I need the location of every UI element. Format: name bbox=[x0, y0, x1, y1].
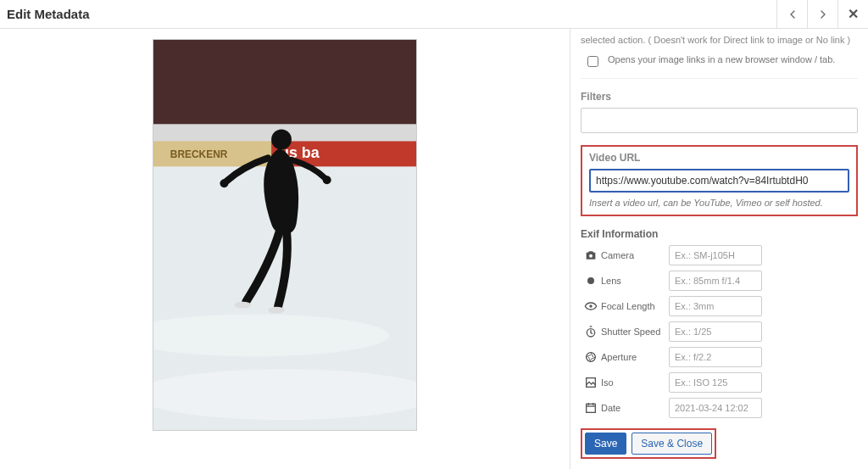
filters-label: Filters bbox=[581, 91, 858, 103]
exif-aperture-input[interactable] bbox=[669, 347, 762, 367]
chevron-left-icon bbox=[786, 8, 799, 21]
svg-point-17 bbox=[589, 305, 592, 308]
svg-point-16 bbox=[587, 277, 594, 284]
svg-point-11 bbox=[234, 302, 251, 309]
exif-date-label: Date bbox=[601, 403, 669, 413]
video-url-section: Video URL Insert a video url, can be You… bbox=[581, 145, 858, 216]
exif-shutter-speed-label: Shutter Speed bbox=[601, 327, 669, 337]
open-new-tab-checkbox[interactable] bbox=[587, 56, 598, 67]
svg-point-20 bbox=[587, 353, 596, 362]
save-button-bar: Save Save & Close bbox=[581, 428, 716, 459]
metadata-sidebar: selected action. ( Doesn't work for Dire… bbox=[570, 29, 868, 469]
svg-point-13 bbox=[220, 179, 228, 187]
exif-camera-input[interactable] bbox=[669, 245, 762, 265]
save-button[interactable]: Save bbox=[585, 433, 626, 455]
exif-lens-input[interactable] bbox=[669, 271, 762, 291]
image-icon bbox=[581, 376, 601, 389]
dialog-title: Edit Metadata bbox=[0, 3, 97, 25]
link-action-hint: selected action. ( Doesn't work for Dire… bbox=[581, 34, 858, 46]
open-new-tab-label: Opens your image links in a new browser … bbox=[608, 54, 835, 64]
prev-button[interactable] bbox=[776, 0, 807, 28]
svg-point-10 bbox=[271, 130, 292, 150]
aperture-icon bbox=[581, 350, 601, 364]
video-url-input[interactable] bbox=[589, 169, 849, 193]
stopwatch-icon bbox=[581, 325, 601, 338]
exif-focal-length-label: Focal Length bbox=[601, 301, 669, 311]
exif-shutter-speed-input[interactable] bbox=[669, 321, 762, 342]
exif-date-input[interactable] bbox=[669, 398, 762, 418]
video-url-hint: Insert a video url, can be YouTube, Vime… bbox=[589, 198, 849, 208]
exif-camera-label: Camera bbox=[601, 250, 669, 260]
svg-rect-21 bbox=[587, 378, 596, 388]
exif-iso-input[interactable] bbox=[669, 372, 762, 393]
chevron-right-icon bbox=[816, 8, 830, 21]
svg-point-12 bbox=[268, 307, 285, 314]
svg-rect-22 bbox=[587, 405, 596, 413]
next-button[interactable] bbox=[807, 0, 837, 28]
close-icon: ✕ bbox=[848, 6, 859, 22]
save-close-button[interactable]: Save & Close bbox=[632, 433, 712, 455]
close-button[interactable]: ✕ bbox=[837, 0, 868, 28]
exif-iso-label: Iso bbox=[601, 377, 669, 388]
lens-icon bbox=[581, 274, 601, 288]
svg-point-14 bbox=[323, 176, 331, 184]
svg-rect-2 bbox=[153, 40, 416, 125]
exif-focal-length-input[interactable] bbox=[669, 296, 762, 316]
svg-point-8 bbox=[153, 369, 416, 420]
camera-icon bbox=[581, 248, 601, 262]
preview-panel: us ba BRECKENR bbox=[0, 29, 570, 469]
exif-lens-label: Lens bbox=[601, 276, 669, 286]
calendar-icon bbox=[581, 401, 601, 415]
eye-icon bbox=[581, 299, 601, 313]
exif-aperture-label: Aperture bbox=[601, 352, 669, 362]
svg-point-15 bbox=[589, 254, 593, 258]
svg-rect-19 bbox=[590, 327, 593, 327]
preview-image: us ba BRECKENR bbox=[153, 39, 417, 431]
video-url-label: Video URL bbox=[589, 152, 849, 164]
dialog-header: Edit Metadata ✕ bbox=[0, 0, 868, 29]
svg-text:BRECKENR: BRECKENR bbox=[170, 148, 228, 160]
header-controls: ✕ bbox=[776, 0, 868, 28]
exif-section-title: Exif Information bbox=[581, 228, 858, 240]
filters-input[interactable] bbox=[581, 108, 858, 133]
